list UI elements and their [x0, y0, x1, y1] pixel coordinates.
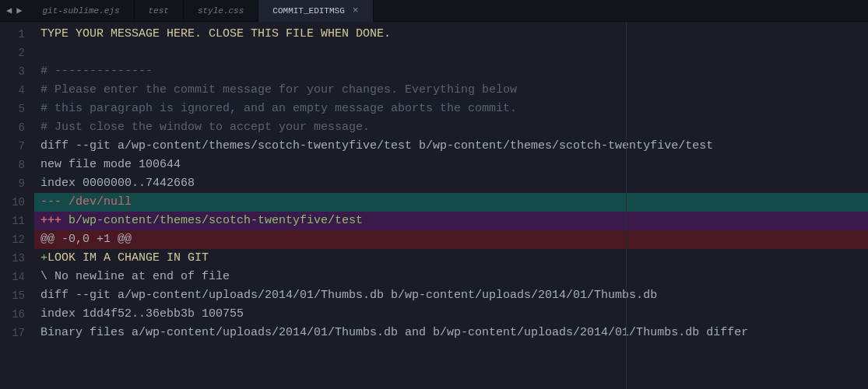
- code-line[interactable]: TYPE YOUR MESSAGE HERE. CLOSE THIS FILE …: [34, 25, 868, 44]
- line-number: 10: [0, 193, 34, 212]
- code-token: index 1dd4f52..36ebb3b 100755: [40, 307, 244, 321]
- tab-commit-editmsg[interactable]: COMMIT_EDITMSG×: [258, 0, 373, 22]
- tab-label: style.css: [198, 6, 244, 16]
- nav-back-icon[interactable]: ◀: [5, 5, 13, 16]
- code-line[interactable]: index 0000000..7442668: [34, 174, 868, 193]
- tab-style-css[interactable]: style.css: [184, 0, 258, 22]
- code-token: \ No newline at end of file: [40, 270, 230, 283]
- code-token: new file mode 100644: [40, 158, 181, 171]
- nav-arrows: ◀ ▶: [0, 5, 28, 16]
- tab-label: git-sublime.ejs: [42, 6, 119, 16]
- code-line[interactable]: diff --git a/wp-content/uploads/2014/01/…: [34, 286, 868, 305]
- code-line[interactable]: [34, 44, 868, 62]
- code-token: b/wp-content/themes/scotch-twentyfive/te…: [69, 214, 363, 227]
- code-area[interactable]: TYPE YOUR MESSAGE HERE. CLOSE THIS FILE …: [34, 22, 868, 389]
- line-number: 15: [0, 286, 34, 305]
- line-number: 8: [0, 156, 34, 174]
- code-line[interactable]: diff --git a/wp-content/themes/scotch-tw…: [34, 137, 868, 156]
- nav-forward-icon[interactable]: ▶: [15, 5, 23, 16]
- tab-label: COMMIT_EDITMSG: [272, 6, 344, 16]
- code-token: --- /dev/null: [40, 195, 132, 209]
- gutter: 1234567891011121314151617: [0, 22, 34, 389]
- line-number: 16: [0, 305, 34, 324]
- code-token: diff --git a/wp-content/uploads/2014/01/…: [40, 289, 657, 302]
- code-token: diff --git a/wp-content/themes/scotch-tw…: [40, 139, 713, 152]
- code-line[interactable]: index 1dd4f52..36ebb3b 100755: [34, 305, 868, 324]
- line-number: 11: [0, 212, 34, 230]
- line-number: 9: [0, 174, 34, 193]
- code-line[interactable]: # --------------: [34, 62, 868, 81]
- line-number: 2: [0, 44, 34, 62]
- line-number: 12: [0, 230, 34, 249]
- code-line[interactable]: +++ b/wp-content/themes/scotch-twentyfiv…: [34, 212, 868, 230]
- line-number: 6: [0, 118, 34, 137]
- code-token: +++: [40, 214, 69, 227]
- tab-test[interactable]: test: [135, 0, 184, 22]
- code-line[interactable]: # Please enter the commit message for yo…: [34, 81, 868, 100]
- line-number: 1: [0, 25, 34, 44]
- code-token: # Just close the window to accept your m…: [40, 121, 370, 134]
- line-number: 3: [0, 62, 34, 81]
- code-token: Binary files a/wp-content/uploads/2014/0…: [40, 326, 748, 339]
- code-token: @@ -0,0 +1 @@: [40, 233, 132, 246]
- code-line[interactable]: # this paragraph is ignored, and an empt…: [34, 100, 868, 118]
- code-token: LOOK IM A CHANGE IN GIT: [47, 251, 209, 265]
- code-line[interactable]: @@ -0,0 +1 @@: [34, 230, 868, 249]
- code-line[interactable]: Binary files a/wp-content/uploads/2014/0…: [34, 324, 868, 342]
- code-token: index 0000000..7442668: [40, 177, 195, 190]
- code-line[interactable]: new file mode 100644: [34, 156, 868, 174]
- line-number: 7: [0, 137, 34, 156]
- code-token: +: [40, 251, 47, 265]
- code-line[interactable]: --- /dev/null: [34, 193, 868, 212]
- code-token: # this paragraph is ignored, and an empt…: [40, 102, 517, 115]
- code-token: # --------------: [40, 65, 153, 78]
- line-number: 14: [0, 268, 34, 286]
- line-number: 13: [0, 249, 34, 268]
- tabs-container: git-sublime.ejsteststyle.cssCOMMIT_EDITM…: [28, 0, 373, 22]
- code-token: # Please enter the commit message for yo…: [40, 83, 517, 96]
- code-token: TYPE YOUR MESSAGE HERE. CLOSE THIS FILE …: [40, 27, 391, 40]
- code-line[interactable]: +LOOK IM A CHANGE IN GIT: [34, 249, 868, 268]
- editor-area[interactable]: 1234567891011121314151617 TYPE YOUR MESS…: [0, 22, 868, 389]
- tab-label: test: [149, 6, 169, 16]
- tab-git-sublime-ejs[interactable]: git-sublime.ejs: [28, 0, 134, 22]
- line-number: 4: [0, 81, 34, 100]
- close-icon[interactable]: ×: [353, 5, 359, 16]
- line-number: 17: [0, 324, 34, 342]
- code-line[interactable]: # Just close the window to accept your m…: [34, 118, 868, 137]
- code-line[interactable]: \ No newline at end of file: [34, 268, 868, 286]
- line-number: 5: [0, 100, 34, 118]
- tab-bar: ◀ ▶ git-sublime.ejsteststyle.cssCOMMIT_E…: [0, 0, 868, 22]
